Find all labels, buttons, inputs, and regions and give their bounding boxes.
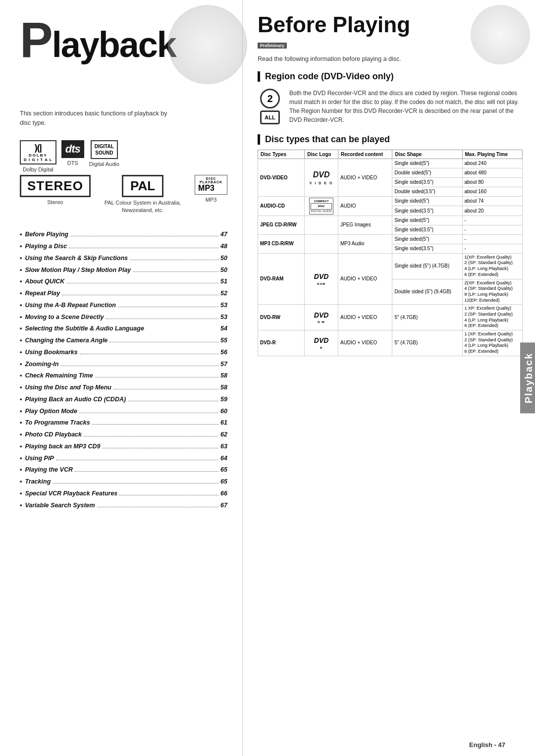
decorative-disc-left xyxy=(168,5,247,84)
disc-logo-jpeg xyxy=(305,216,338,234)
toc-label: Selecting the Subtitle & Audio Language xyxy=(25,323,144,335)
toc-dots xyxy=(80,354,218,354)
dolby-label: DOLBY xyxy=(24,153,53,158)
region-all-badge: ALL xyxy=(260,110,280,124)
disc-shape-cell: Double sided(3.5") xyxy=(392,187,462,197)
pal-logo-box: PAL PAL Colour System in Australia, Newz… xyxy=(96,175,190,215)
dolby-logo: )(| DOLBY D I G I T A L xyxy=(20,140,56,164)
disc-time-cell: 1 XP: Excellent Quality)2 (SP: Standard … xyxy=(462,305,523,330)
mp3-disc-label: DISC PLAYBACK xyxy=(198,177,224,184)
disc-shape-cell: Single sided(5") xyxy=(392,216,462,225)
region-section-title: Region code (DVD-Video only) xyxy=(258,71,523,82)
toc-dots xyxy=(79,413,218,413)
toc-item-tracking: Tracking 65 xyxy=(20,476,227,488)
toc-dots xyxy=(56,460,218,460)
toc-label: Playing a Disc xyxy=(25,241,67,253)
table-row: JPEG CD-R/RW JPEG Images Single sided(5"… xyxy=(258,216,523,225)
right-column: Before Playing Preliminary Read the foll… xyxy=(243,0,535,756)
mp3-text: MP3 xyxy=(198,184,224,193)
title-rest: layback xyxy=(52,25,176,64)
toc-item-camera: Changing the Camera Angle 55 xyxy=(20,335,227,347)
toc-label: Using the A-B Repeat Function xyxy=(25,300,116,312)
toc-page: 53 xyxy=(220,312,227,324)
disc-shape-cell: Single sided(3.5") xyxy=(392,206,462,216)
toc-dots xyxy=(103,448,219,448)
toc-label: To Programme Tracks xyxy=(25,417,90,429)
disc-type-mp3: MP3 CD-R/RW xyxy=(258,234,305,253)
toc-page: 64 xyxy=(220,453,227,465)
dolby-logo-box: )(| DOLBY D I G I T A L Dolby Digital xyxy=(20,140,56,172)
disc-logo-dvd-rw: DVD R W xyxy=(305,305,338,330)
stereo-logo-box: STEREO Stereo xyxy=(20,175,91,205)
toc-dots xyxy=(75,471,218,472)
digital-caption: Digital Audio xyxy=(89,161,119,167)
disc-logo-audio-cd: COMPACT DISC DIGITAL AUDIO xyxy=(305,197,338,216)
disc-time-cell: - xyxy=(462,234,523,244)
disc-time-cell: 2(XP: Excellent Quality)4 (SP: Standard … xyxy=(462,279,523,305)
disc-type-jpeg: JPEG CD-R/RW xyxy=(258,216,305,234)
disc-time-cell: about 160 xyxy=(462,187,523,197)
toc-label: Tracking xyxy=(25,476,51,488)
left-column: Playback This section introduces basic f… xyxy=(0,0,243,756)
disc-content-mp3: MP3 Audio xyxy=(338,234,392,253)
sidebar-tab: Playback xyxy=(520,343,535,414)
toc-page: 51 xyxy=(220,276,227,288)
toc-dots xyxy=(53,483,218,484)
table-row: DVD-VIDEO DVD V I D E O AUDIO + VIDEO Si… xyxy=(258,159,523,168)
toc-dots xyxy=(62,295,218,295)
toc-item-search-skip: Using the Search & Skip Functions 50 xyxy=(20,253,227,265)
col-header-max-playing-time: Max. Playing Time xyxy=(462,150,523,159)
toc-item-photo-cd: Photo CD Playback 62 xyxy=(20,429,227,441)
toc-item-bookmarks: Using Bookmarks 56 xyxy=(20,347,227,359)
dts-logo: dts xyxy=(61,140,84,158)
toc-label: Variable Search System xyxy=(25,500,95,512)
toc-item-ab-repeat: Using the A-B Repeat Function 53 xyxy=(20,300,227,312)
dts-caption: DTS xyxy=(67,160,78,166)
toc-item-zoom: Zooming-In 57 xyxy=(20,359,227,371)
disc-type-audio-cd: AUDIO-CD xyxy=(258,197,305,216)
toc-dots xyxy=(118,307,218,307)
disc-type-dvd-ram: DVD-RAM xyxy=(258,253,305,305)
disc-time-cell: 1 (XP: Excellent Quality)2 (SP: Standard… xyxy=(462,330,523,356)
toc-label: Play Option Mode xyxy=(25,406,77,418)
disc-shape-cell: Single sided (5") (4.7GB) xyxy=(392,253,462,279)
disc-content-dvd-video: AUDIO + VIDEO xyxy=(338,159,392,197)
mp3-caption: MP3 xyxy=(206,197,217,203)
disc-type-dvd-r: DVD-R xyxy=(258,330,305,356)
disc-time-cell: 1(XP: Excellent Quality)2 (SP: Standard … xyxy=(462,253,523,279)
toc-label: Moving to a Scene Directly xyxy=(25,312,104,324)
disc-content-dvd-ram: AUDIO + VIDEO xyxy=(338,253,392,305)
toc-item-pip: Using PIP 64 xyxy=(20,453,227,465)
dolby-digital-text: D I G I T A L xyxy=(24,158,53,162)
mp3-logo-box: DISC PLAYBACK MP3 MP3 xyxy=(195,175,227,203)
toc-dots xyxy=(113,389,218,389)
toc-dots xyxy=(69,248,218,248)
toc-item-quick: About QUICK 51 xyxy=(20,276,227,288)
toc-item-before-playing: Before Playing 47 xyxy=(20,229,227,241)
toc-dots xyxy=(119,495,218,495)
toc-item-scene: Moving to a Scene Directly 53 xyxy=(20,312,227,324)
col-header-recorded-content: Recorded content xyxy=(338,150,392,159)
toc-dots xyxy=(133,271,218,272)
stereo-caption: Stereo xyxy=(47,199,63,205)
toc-page: 65 xyxy=(220,464,227,476)
toc-label: Using the Search & Skip Functions xyxy=(25,253,128,265)
col-header-disc-types: Disc Types xyxy=(258,150,305,159)
toc-item-playing-a-disc: Playing a Disc 48 xyxy=(20,241,227,253)
toc-page: 66 xyxy=(220,488,227,500)
disc-content-jpeg: JPEG Images xyxy=(338,216,392,234)
toc-page: 54 xyxy=(220,323,227,335)
toc-page: 58 xyxy=(220,382,227,394)
disc-section-title: Disc types that can be played xyxy=(258,134,523,145)
disc-time-cell: - xyxy=(462,216,523,225)
toc-page: 61 xyxy=(220,417,227,429)
toc-page: 62 xyxy=(220,429,227,441)
disc-shape-cell: Single sided(3.5") xyxy=(392,244,462,253)
toc-dots xyxy=(70,236,218,236)
region-description: Both the DVD Recorder-VCR and the discs … xyxy=(289,89,523,124)
toc-item-programme-tracks: To Programme Tracks 61 xyxy=(20,417,227,429)
toc-dots xyxy=(128,401,218,401)
toc-label: Special VCR Playback Features xyxy=(25,488,117,500)
toc-dots xyxy=(109,342,218,342)
toc-label: Repeat Play xyxy=(25,288,60,300)
